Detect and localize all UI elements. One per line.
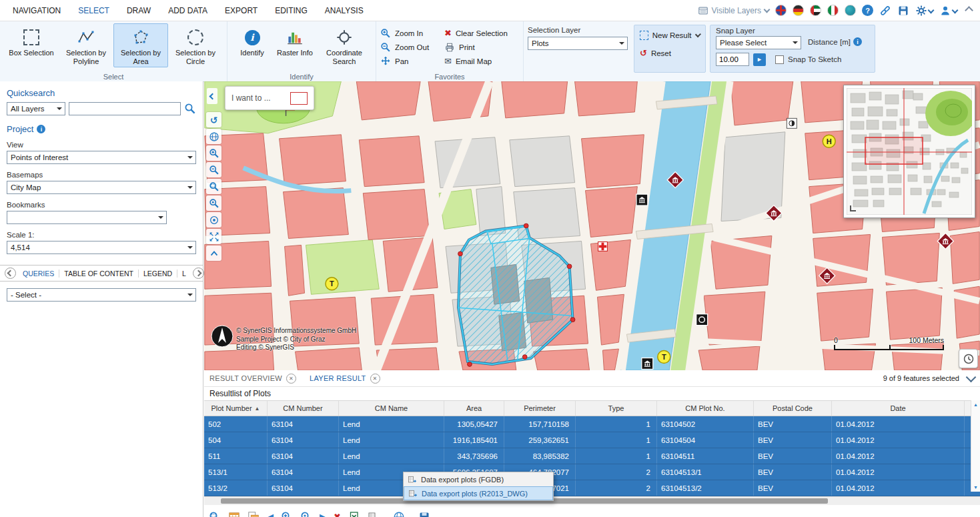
tram-stop-icon[interactable]: T [326,278,338,290]
collapse-ribbon-icon[interactable] [965,6,973,15]
info-icon[interactable]: i [853,37,862,46]
email-map-button[interactable]: ✉ Email Map [444,54,519,68]
zoom-to-result-button[interactable] [209,511,221,517]
collapse-sidebar-button[interactable] [207,88,217,104]
museum-square-icon[interactable] [636,194,648,205]
selection-by-area-button[interactable]: Selection by Area [113,23,168,67]
ferry-square-icon[interactable] [696,314,708,326]
link-icon[interactable] [879,5,891,17]
view-select[interactable]: Points of Interest [7,151,196,164]
column-header[interactable]: Perimeter [504,401,576,416]
globe-teal-icon[interactable] [845,5,856,16]
menu-analysis[interactable]: ANALYSIS [316,6,372,15]
tabs-scroll-right-button[interactable] [193,268,204,279]
close-tab-icon[interactable]: ✕ [370,374,380,384]
apply-distance-button[interactable]: ► [753,53,766,66]
table-row[interactable]: 513/263104 Lend 94,1270212 63104513/2BEV… [204,480,980,496]
search-layer-select[interactable]: All Layers [7,102,65,115]
table-row[interactable]: 513/163104 Lend5606,251697 464,7820772 6… [204,464,980,480]
full-extent-button[interactable] [206,229,221,244]
snap-to-sketch-checkbox[interactable] [775,55,784,64]
user-menu[interactable] [939,5,957,17]
help-icon[interactable]: ? [862,5,873,16]
export-dwg-item[interactable]: Data export plots (R2013_DWG) [404,486,553,500]
selection-layer-select[interactable]: Plots [528,37,628,50]
column-header[interactable]: Plot Number▲ [204,401,268,416]
flag-uk-icon[interactable] [775,5,787,16]
flag-uae-icon[interactable] [810,5,821,16]
menu-editing[interactable]: EDITING [266,6,316,15]
project-link[interactable]: Project i [7,124,45,134]
history-clock-button[interactable] [959,349,978,368]
distance-input[interactable] [716,53,749,66]
save-result-button[interactable] [418,511,430,517]
column-header[interactable]: Area [444,401,504,416]
scale-select[interactable]: 4,514 [7,241,196,254]
query-select[interactable]: - Select - [7,288,196,302]
bookmarks-select[interactable] [7,211,167,224]
export-fgdb-item[interactable]: Data export plots (FGDB) [404,472,553,486]
search-input[interactable] [69,102,181,115]
remove-result-button[interactable]: ✖ [334,512,341,517]
column-header[interactable]: Type [576,401,657,416]
excel-export-button[interactable] [348,511,360,517]
museum-square-icon[interactable] [642,358,653,370]
menu-select[interactable]: SELECT [69,6,118,15]
scroll-up-icon[interactable]: ▲ [973,402,978,407]
map-zoom-out-button[interactable] [206,162,221,177]
quicksearch-title[interactable]: Quicksearch [7,88,55,98]
hotel-icon[interactable]: H [823,135,835,147]
column-header[interactable]: CM Number [268,401,339,416]
collapse-results-icon[interactable] [966,372,977,382]
overview-map[interactable] [843,85,975,218]
theatre-square-icon[interactable] [787,118,797,128]
zoom-out-result-button[interactable] [300,511,312,517]
data-export-button[interactable] [368,511,386,517]
hospital-cross-icon[interactable] [598,241,608,251]
box-selection-button[interactable]: Box Selection [4,23,59,67]
vertical-scrollbar[interactable]: ▲ ▼ [971,400,980,492]
visible-layers-dropdown[interactable]: Visible Layers [698,5,769,16]
table-row[interactable]: 50463104 Lend1916,185401 259,3626511 631… [204,432,980,448]
snap-layer-select[interactable]: Please Select [716,36,801,49]
settings-menu[interactable] [915,5,933,17]
search-icon[interactable] [184,103,196,115]
column-header[interactable]: CM Name [339,401,444,416]
menu-draw[interactable]: DRAW [118,6,159,15]
pan-button[interactable]: Pan [380,54,444,68]
menu-add-data[interactable]: ADD DATA [159,6,216,15]
save-icon[interactable] [897,5,909,17]
selection-by-polyline-button[interactable]: Selection by Polyline [59,23,113,67]
collapse-tools-button[interactable] [206,245,221,261]
tab-legend[interactable]: LEGEND [139,270,177,278]
flag-germany-icon[interactable] [793,5,804,16]
previous-result-button[interactable]: ◀ [267,512,274,517]
raster-info-button[interactable]: Raster Info [273,23,317,67]
scroll-down-icon[interactable]: ▼ [973,485,978,490]
i-want-to-widget[interactable]: I want to ... [225,86,314,110]
tab-layer-cut[interactable]: L [177,270,191,278]
project-info-icon[interactable]: i [37,125,45,133]
identify-button[interactable]: i Identify [231,23,273,67]
map-export-button[interactable] [393,511,411,517]
zoom-last-button[interactable] [206,195,221,211]
zoom-in-button[interactable]: Zoom In [380,26,444,40]
zoom-out-button[interactable]: Zoom Out [380,40,444,54]
tab-layer-result[interactable]: LAYER RESULT ✕ [310,374,380,384]
zoom-in-result-button[interactable] [281,511,293,517]
new-result-button[interactable]: New Result [640,28,700,42]
zoom-window-button[interactable] [206,179,221,194]
reset-button[interactable]: ↺ Reset [640,46,700,60]
refresh-button[interactable]: ↺ [206,112,221,127]
column-header[interactable]: Postal Code [754,401,832,416]
flag-italy-icon[interactable] [827,5,839,16]
close-tab-icon[interactable]: ✕ [286,374,296,384]
overview-extent-rect[interactable] [865,137,923,164]
map-viewport[interactable]: .bp{fill:#f09a92;stroke:#c96a60;stroke-w… [204,81,980,370]
table-row[interactable]: 51163104 Lend343,735696 83,9853821 63104… [204,448,980,464]
selection-by-circle-button[interactable]: Selection by Circle [168,23,223,67]
center-map-button[interactable] [206,212,221,227]
column-header[interactable]: CM Plot No. [657,401,754,416]
show-table-button[interactable] [228,511,240,517]
clear-selection-button[interactable]: ✖ Clear Selection [444,26,519,40]
